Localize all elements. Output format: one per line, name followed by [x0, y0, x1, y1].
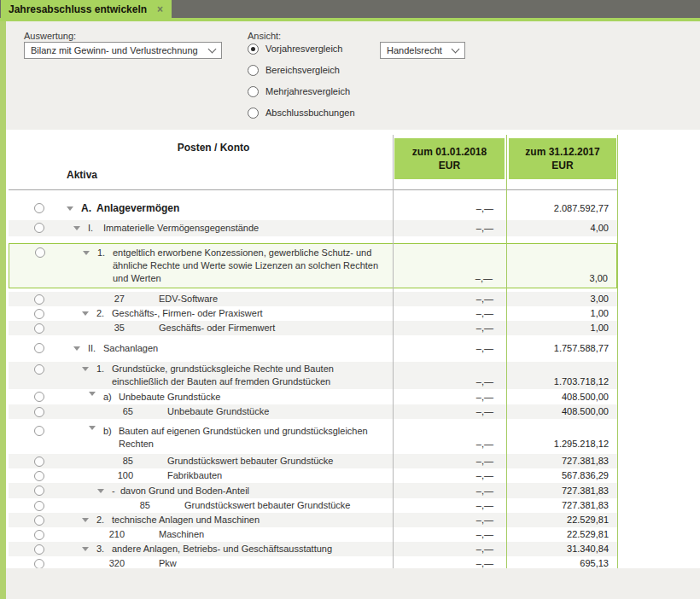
period2-header: zum 31.12.2017 EUR [509, 138, 616, 179]
value-period2: 4,00 [505, 222, 617, 235]
row-select-radio[interactable] [34, 309, 44, 319]
row-title: Grundstücke, grundstücksgleiche Rechte u… [112, 363, 378, 388]
row-label: I. [88, 222, 103, 235]
row-tree-cell: 85Grundstückswert bebauter Grundstücke [9, 499, 393, 512]
row-title: Geschäfts-, Firmen- oder Praxiswert [112, 307, 263, 320]
collapse-triangle-icon[interactable] [97, 489, 104, 493]
row-select-radio[interactable] [34, 544, 44, 555]
value-period2: 695,13 [505, 557, 617, 568]
auswertung-select[interactable]: Bilanz mit Gewinn- und Verlustrechnung [24, 42, 222, 59]
row-select-radio[interactable] [34, 323, 44, 334]
account-number: 320 [82, 557, 125, 568]
posten-konto-header: Posten / Konto [34, 142, 393, 154]
row-select-radio[interactable] [34, 501, 44, 511]
row-tree-cell: 1.entgeltlich erworbene Konzessionen, ge… [9, 247, 392, 285]
row-select-radio[interactable] [34, 407, 44, 417]
collapse-triangle-icon[interactable] [89, 426, 96, 430]
row-title: Unbebaute Grundstücke [119, 391, 220, 404]
value-period1: –,— [393, 438, 505, 451]
collapse-triangle-icon[interactable] [89, 392, 96, 396]
account-number: 35 [82, 322, 125, 334]
radio-icon [248, 86, 259, 97]
period1-date: zum 01.01.2018 [412, 145, 487, 159]
row-select-radio[interactable] [34, 426, 44, 436]
table-row[interactable]: 320Pkw–,—695,13 [9, 556, 617, 568]
table-row[interactable]: 27EDV-Software–,—3,00 [9, 292, 617, 306]
row-tree-cell: 65Unbebaute Grundstücke [9, 405, 393, 418]
row-select-radio[interactable] [34, 515, 44, 526]
account-name: Fabrikbauten [167, 469, 222, 482]
table-row[interactable]: 1.entgeltlich erworbene Konzessionen, ge… [9, 243, 617, 288]
left-accent-stripe [0, 21, 6, 599]
row-select-radio[interactable] [34, 203, 44, 213]
collapse-triangle-icon[interactable] [73, 346, 80, 351]
account-name: Grundstückswert bebauter Grundstücke [167, 455, 333, 468]
row-label: 1. [97, 247, 113, 259]
row-label: 2. [96, 514, 112, 526]
account-number: 85 [90, 455, 133, 468]
table-row[interactable]: b)Bauten auf eigenen Grundstücken und gr… [9, 419, 617, 454]
value-period1: –,— [393, 455, 505, 468]
row-select-radio[interactable] [34, 223, 44, 233]
radio-abschlussbuchungen[interactable]: Abschlussbuchungen [248, 106, 355, 119]
table-row[interactable]: 85Grundstückswert bebauter Grundstücke–,… [9, 498, 617, 513]
radio-vorjahresvergleich[interactable]: Vorjahresvergleich [248, 42, 355, 55]
row-tree-cell: -davon Grund und Boden-Anteil [9, 485, 393, 497]
row-select-radio[interactable] [34, 471, 44, 481]
collapse-triangle-icon[interactable] [82, 367, 89, 371]
collapse-triangle-icon[interactable] [82, 311, 89, 316]
row-select-radio[interactable] [35, 247, 45, 258]
row-select-radio[interactable] [34, 343, 44, 353]
collapse-triangle-icon[interactable] [82, 547, 89, 551]
table-row[interactable]: 100Fabrikbauten–,—567.836,29 [9, 468, 617, 483]
radio-bereichsvergleich[interactable]: Bereichsvergleich [248, 63, 355, 77]
table-row[interactable]: 35Geschäfts- oder Firmenwert–,—1,00 [9, 321, 617, 335]
value-period2: 727.381,83 [505, 499, 617, 512]
table-row[interactable]: 65Unbebaute Grundstücke–,—408.500,00 [9, 404, 617, 419]
collapse-triangle-icon[interactable] [82, 518, 89, 522]
row-select-radio[interactable] [34, 530, 44, 540]
row-select-radio[interactable] [34, 294, 44, 305]
table-row[interactable]: 2.technische Anlagen und Maschinen–,—22.… [9, 513, 617, 527]
balance-rows: A.Anlagevermögen–,—2.087.592,77I.Immater… [9, 190, 617, 568]
table-row[interactable]: A.Anlagevermögen–,—2.087.592,77 [9, 190, 617, 220]
recht-select[interactable]: Handelsrecht [380, 42, 465, 59]
value-period1: –,— [393, 202, 505, 215]
table-row[interactable]: 1.Grundstücke, grundstücksgleiche Rechte… [9, 362, 617, 389]
radio-label: Bereichsvergleich [265, 65, 340, 75]
collapse-triangle-icon[interactable] [73, 226, 80, 230]
collapse-triangle-icon[interactable] [67, 206, 73, 211]
account-number: 65 [90, 405, 133, 418]
value-period1: –,— [393, 485, 505, 497]
row-title: davon Grund und Boden-Anteil [120, 485, 249, 497]
row-label: 2. [96, 307, 112, 320]
row-label: - [112, 485, 120, 497]
radio-label: Vorjahresvergleich [265, 44, 343, 54]
tab-bar: Jahresabschluss entwickeln × [0, 0, 700, 18]
row-tree-cell: 27EDV-Software [9, 293, 393, 305]
period2-currency: EUR [551, 159, 573, 172]
tab-jahresabschluss-entwickeln[interactable]: Jahresabschluss entwickeln × [1, 0, 172, 18]
row-tree-cell: A.Anlagevermögen [9, 202, 393, 215]
row-tree-cell: 35Geschäfts- oder Firmenwert [9, 322, 393, 334]
close-icon[interactable]: × [157, 4, 163, 15]
row-select-radio[interactable] [34, 364, 44, 375]
table-row[interactable]: 3.andere Anlagen, Betriebs- und Geschäft… [9, 542, 617, 556]
row-select-radio[interactable] [34, 559, 44, 568]
table-row[interactable]: a)Unbebaute Grundstücke–,—408.500,00 [9, 389, 617, 404]
row-select-radio[interactable] [34, 392, 44, 402]
table-row[interactable]: I.Immaterielle Vermögensgegenstände–,—4,… [9, 220, 617, 236]
row-select-radio[interactable] [34, 486, 44, 496]
row-select-radio[interactable] [34, 457, 44, 467]
radio-mehrjahresvergleich[interactable]: Mehrjahresvergleich [248, 84, 355, 98]
table-row[interactable]: 2.Geschäfts-, Firmen- oder Praxiswert–,—… [9, 306, 617, 321]
table-row[interactable]: 210Maschinen–,—22.529,81 [9, 527, 617, 542]
recht-selected-value: Handelsrecht [387, 45, 442, 55]
ansicht-label: Ansicht: [248, 31, 281, 41]
account-name: Geschäfts- oder Firmenwert [159, 322, 275, 334]
collapse-triangle-icon[interactable] [83, 251, 90, 255]
value-period2: 1.295.218,12 [505, 438, 617, 451]
table-row[interactable]: 85Grundstückswert bebauter Grundstücke–,… [9, 454, 617, 468]
table-row[interactable]: -davon Grund und Boden-Anteil–,—727.381,… [9, 483, 617, 498]
table-row[interactable]: II.Sachanlagen–,—1.757.588,77 [9, 335, 617, 362]
